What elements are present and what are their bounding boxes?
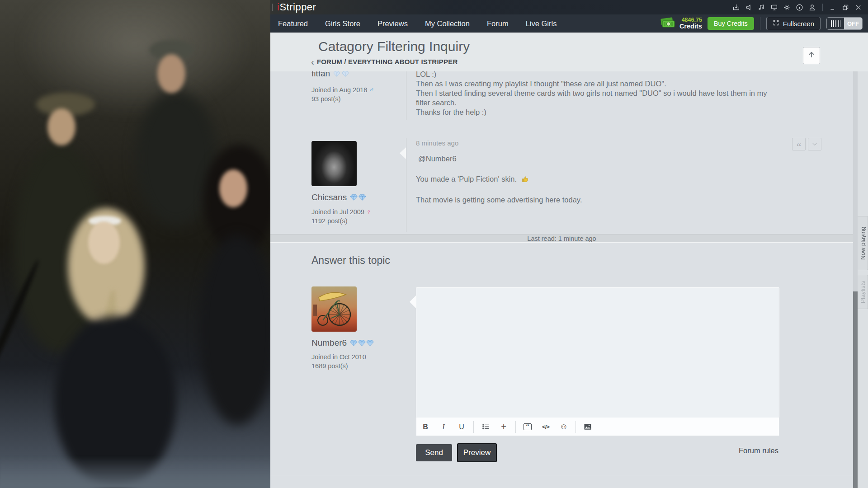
quote-post-button[interactable]: “ — [792, 138, 806, 150]
joined-text: Joined in Aug 2018 — [311, 86, 367, 94]
forum-rules-link[interactable]: Forum rules — [739, 446, 778, 455]
bold-button[interactable]: B — [416, 421, 434, 433]
nav-item-live-girls[interactable]: Live Girls — [526, 19, 557, 28]
post-line: Thanks for the help :) — [416, 108, 783, 117]
cards-off-toggle[interactable]: OFF — [826, 17, 863, 30]
close-icon[interactable] — [854, 3, 863, 12]
scroll-to-top-button[interactable] — [803, 47, 820, 64]
insert-plus-button[interactable]: + — [495, 421, 513, 433]
send-button[interactable]: Send — [416, 444, 452, 461]
author-name-text: Number6 — [311, 338, 347, 348]
nav-item-my-collection[interactable]: My Collection — [425, 19, 470, 28]
reply-author-count: 1689 post(s) — [311, 362, 402, 370]
underline-button[interactable]: U — [453, 421, 471, 433]
tab-now-playing[interactable]: Now playing — [858, 216, 868, 270]
scrollbar-thumb[interactable] — [853, 291, 858, 488]
nav-item-previews[interactable]: Previews — [377, 19, 408, 28]
fullscreen-icon — [773, 19, 779, 28]
author-name-text: Chicsans — [311, 192, 347, 202]
artwork-figure-right-body — [199, 235, 270, 425]
navbar: Featured Girls Store Previews My Collect… — [270, 14, 868, 33]
italic-button[interactable]: I — [434, 421, 453, 433]
toolbar-separator — [515, 421, 516, 433]
background-artwork — [0, 0, 270, 488]
bullet-list-button[interactable] — [476, 421, 495, 433]
reply-author-name[interactable]: Number6 — [311, 338, 402, 348]
post-author-column: Chicsans Joined in Jul 2009 ♀ 1192 post(… — [311, 141, 402, 225]
page-title: Catagory Filtering Inquiry — [318, 39, 470, 54]
titlebar: iStripper — [270, 0, 868, 14]
diamond-badge-icon — [350, 194, 358, 201]
download-icon[interactable] — [732, 3, 741, 12]
post-author-count: 1192 post(s) — [311, 217, 402, 225]
diamond-badge-icon — [359, 194, 366, 201]
post-line-text: You made a 'Pulp Fiction' skin. — [416, 175, 517, 183]
thumbs-up-icon — [522, 175, 529, 185]
artwork-figure-right-face — [219, 169, 247, 207]
post-line: LOL :) — [416, 71, 783, 79]
side-tab-rail: Now playing Playlists — [858, 71, 868, 488]
diamond-badge-icon — [358, 340, 366, 346]
fullscreen-button[interactable]: Fullscreen — [766, 17, 821, 30]
istripper-window: iStripper — [0, 0, 868, 488]
editor-toolbar: B I U + “ </> ☺ — [416, 418, 779, 436]
post-author-name[interactable]: Chicsans — [311, 192, 402, 202]
nav-item-forum[interactable]: Forum — [487, 19, 509, 28]
speaker-icon[interactable] — [745, 3, 753, 12]
toolbar-separator — [473, 421, 474, 433]
info-icon[interactable] — [795, 3, 804, 12]
mention-link[interactable]: @Number6 — [418, 154, 783, 164]
post-author-name[interactable]: fitfan — [311, 71, 402, 79]
avatar[interactable] — [311, 141, 357, 186]
arrow-up-icon — [807, 50, 816, 61]
post-body: LOL :) Then as I was creating my playlis… — [416, 71, 783, 117]
buy-credits-button[interactable]: Buy Credits — [708, 17, 754, 30]
nav-item-girls-store[interactable]: Girls Store — [325, 19, 360, 28]
reply-textarea[interactable] — [416, 287, 779, 418]
account-icon[interactable] — [808, 3, 816, 12]
vertical-scrollbar[interactable] — [853, 71, 858, 488]
forum-thread-content: fitfan Joined in Aug 2018 ♂ 93 post(s) L… — [270, 71, 853, 488]
display-icon[interactable] — [770, 3, 778, 12]
credits-display[interactable]: 4846.75 Credits — [660, 16, 702, 31]
artwork-officer-face — [157, 54, 185, 93]
toolbar-separator — [576, 421, 576, 433]
nav-item-featured[interactable]: Featured — [278, 19, 308, 28]
post-tools: “ — [792, 138, 821, 150]
code-button[interactable]: </> — [537, 421, 555, 433]
settings-gear-icon[interactable] — [783, 3, 791, 12]
last-read-text: Last read: 1 minute ago — [527, 235, 596, 242]
post-author-joined: Joined in Aug 2018 ♂ — [311, 86, 402, 94]
insert-image-button[interactable] — [579, 421, 597, 433]
music-icon[interactable] — [757, 3, 766, 12]
avatar[interactable] — [311, 286, 357, 332]
post-line: Then I started finding several theme car… — [416, 89, 783, 108]
male-symbol: ♂ — [369, 86, 374, 94]
credits-text: 4846.75 Credits — [679, 17, 702, 30]
diamond-badge-icon — [342, 71, 349, 77]
credits-label: Credits — [679, 23, 702, 30]
author-name-text: fitfan — [311, 71, 330, 79]
collapse-post-button[interactable] — [808, 138, 821, 150]
toggle-bars-icon — [827, 18, 844, 29]
restore-icon[interactable] — [841, 3, 850, 12]
tab-playlists[interactable]: Playlists — [858, 275, 868, 309]
post-divider — [406, 138, 406, 232]
nav-separator — [760, 17, 760, 30]
money-icon — [660, 16, 676, 31]
artwork-blonde-face — [88, 221, 120, 264]
quote-block-button[interactable]: “ — [519, 421, 537, 433]
artwork-figure-left-face — [47, 108, 75, 145]
preview-button[interactable]: Preview — [457, 443, 497, 462]
breadcrumb[interactable]: ‹ FORUM / EVERYTHING ABOUT ISTRIPPER — [311, 58, 458, 66]
credits-amount: 4846.75 — [679, 17, 702, 23]
breadcrumb-back-chevron-icon: ‹ — [311, 59, 314, 65]
minimize-icon[interactable] — [829, 3, 837, 12]
diamond-badge-icon — [333, 71, 340, 77]
emoji-button[interactable]: ☺ — [555, 421, 573, 433]
reply-author-column: Number6 Joined in Oct 2010 1689 post(s) — [311, 286, 402, 370]
fullscreen-label: Fullscreen — [783, 20, 814, 28]
post-line: Then as I was creating my playlist I tho… — [416, 79, 783, 89]
titlebar-controls — [732, 3, 868, 12]
breadcrumb-path: FORUM / EVERYTHING ABOUT ISTRIPPER — [317, 58, 458, 66]
